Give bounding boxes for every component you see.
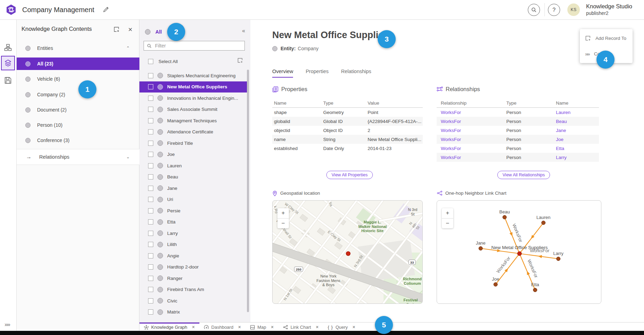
menu-item-add-record-to[interactable]: Add Record To bbox=[580, 30, 633, 46]
list-item[interactable]: Hardtop 2-door bbox=[139, 262, 248, 273]
close-tab-icon[interactable]: ✕ bbox=[352, 325, 355, 329]
list-item[interactable]: Beau bbox=[139, 171, 248, 183]
list-item[interactable]: Managment Techniques bbox=[139, 115, 248, 126]
view-tab-query[interactable]: { }Query✕ bbox=[323, 323, 360, 331]
list-item[interactable]: Firebird Trans Am bbox=[139, 284, 248, 296]
app-logo-icon[interactable] bbox=[6, 4, 17, 15]
item-checkbox[interactable] bbox=[148, 253, 153, 258]
close-tab-icon[interactable]: ✕ bbox=[316, 325, 319, 329]
list-item[interactable]: Ranger bbox=[139, 273, 248, 284]
item-checkbox[interactable] bbox=[148, 298, 153, 303]
node-jane[interactable] bbox=[479, 247, 483, 250]
zoom-out-button[interactable]: − bbox=[442, 219, 453, 229]
cell-link[interactable]: Larry bbox=[552, 155, 599, 160]
list-item[interactable]: Attendance Certificate bbox=[139, 126, 248, 138]
tab-relationships[interactable]: Relationships bbox=[341, 69, 371, 78]
item-checkbox[interactable] bbox=[148, 129, 153, 134]
search-icon[interactable] bbox=[528, 4, 540, 16]
record-location-marker[interactable] bbox=[346, 252, 351, 256]
new-record-icon[interactable] bbox=[113, 26, 120, 33]
list-item[interactable]: Larry bbox=[139, 228, 248, 239]
item-checkbox[interactable] bbox=[148, 96, 153, 101]
chevron-up-icon[interactable]: ⌃ bbox=[126, 46, 130, 51]
cell-link[interactable]: WorksFor bbox=[437, 119, 502, 124]
entity-type-row[interactable]: Company (2) bbox=[16, 88, 139, 101]
close-tab-icon[interactable]: ✕ bbox=[238, 325, 241, 329]
view-tab-knowledge-graph[interactable]: Knowledge Graph✕ bbox=[139, 323, 199, 331]
cell-link[interactable]: WorksFor bbox=[437, 155, 502, 160]
view-tab-link-chart[interactable]: Link Chart✕ bbox=[278, 323, 323, 331]
tab-properties[interactable]: Properties bbox=[306, 69, 328, 78]
layers-tool-selected[interactable] bbox=[1, 56, 15, 70]
list-item[interactable]: Lilith bbox=[139, 239, 248, 250]
entity-type-row[interactable]: All (23) bbox=[16, 58, 139, 70]
new-record-icon[interactable] bbox=[237, 58, 243, 63]
entity-type-row[interactable]: Document (2) bbox=[16, 104, 139, 116]
item-checkbox[interactable] bbox=[148, 73, 153, 78]
entity-type-row[interactable]: Conference (3) bbox=[16, 134, 139, 147]
help-icon[interactable]: ? bbox=[548, 4, 560, 16]
cell-link[interactable]: WorksFor bbox=[437, 110, 502, 115]
close-tab-icon[interactable]: ✕ bbox=[271, 325, 274, 329]
cell-link[interactable]: Jane bbox=[552, 128, 599, 133]
entity-type-row[interactable]: Person (10) bbox=[16, 119, 139, 131]
select-all-checkbox[interactable] bbox=[148, 59, 153, 64]
cell-link[interactable]: Etta bbox=[552, 146, 599, 151]
entity-type-row[interactable]: Vehicle (6) bbox=[16, 73, 139, 85]
list-item[interactable]: Angie bbox=[139, 250, 248, 262]
list-item[interactable]: Staplers Mechanical Engineering bbox=[139, 70, 248, 81]
item-checkbox[interactable] bbox=[148, 242, 153, 247]
view-tab-dashboard[interactable]: Dashboard✕ bbox=[199, 323, 246, 331]
edit-title-icon[interactable] bbox=[103, 6, 109, 13]
item-checkbox[interactable] bbox=[148, 264, 153, 270]
item-checkbox[interactable] bbox=[148, 219, 153, 224]
tab-overview[interactable]: Overview bbox=[272, 69, 293, 78]
cell-link[interactable]: Joe bbox=[552, 137, 599, 142]
list-item[interactable]: Uri bbox=[139, 194, 248, 205]
list-item[interactable]: Civic bbox=[139, 295, 248, 307]
scrollbar-thumb[interactable] bbox=[247, 70, 249, 312]
save-icon[interactable] bbox=[4, 77, 12, 85]
data-model-icon[interactable] bbox=[4, 44, 12, 52]
node-lauren[interactable] bbox=[542, 221, 546, 225]
list-item[interactable]: Sales Associate Summit bbox=[139, 104, 248, 115]
zoom-in-button[interactable]: + bbox=[442, 208, 453, 219]
item-checkbox[interactable] bbox=[148, 141, 153, 146]
list-item[interactable]: Jane bbox=[139, 183, 248, 194]
geospatial-map[interactable]: k RdW Clay StSaW Marshall StE Clay StMag… bbox=[272, 200, 423, 304]
node-etta[interactable] bbox=[533, 288, 537, 292]
item-checkbox[interactable] bbox=[148, 231, 153, 236]
close-panel-icon[interactable]: ✕ bbox=[128, 26, 132, 33]
view-all-properties-button[interactable]: View All Properties bbox=[326, 171, 373, 179]
item-checkbox[interactable] bbox=[148, 118, 153, 123]
one-hop-link-chart[interactable]: + − BeauLaurenJaneLarryJoeEttaNew Metal … bbox=[437, 200, 601, 304]
collapse-panel-icon[interactable]: « bbox=[242, 28, 244, 34]
list-item[interactable]: Innovations in Mechanical Engin... bbox=[139, 92, 248, 104]
item-checkbox[interactable] bbox=[148, 287, 153, 292]
item-checkbox[interactable] bbox=[148, 163, 153, 168]
zoom-out-button[interactable]: − bbox=[277, 219, 289, 229]
relationships-header-row[interactable]: → Relationships ⌄ bbox=[16, 149, 139, 165]
cell-link[interactable]: Lauren bbox=[552, 110, 599, 115]
avatar[interactable]: KS bbox=[567, 3, 580, 16]
entities-header-row[interactable]: Entities ⌃ bbox=[16, 42, 139, 54]
filter-input[interactable] bbox=[154, 43, 244, 49]
list-item[interactable]: Firebird Title bbox=[139, 138, 248, 149]
select-all-row[interactable]: Select All bbox=[139, 57, 250, 66]
cell-link[interactable]: WorksFor bbox=[437, 128, 502, 133]
cell-link[interactable]: Beau bbox=[552, 119, 599, 124]
node-beau[interactable] bbox=[503, 215, 507, 219]
list-item[interactable]: Joe bbox=[139, 149, 248, 160]
close-tab-icon[interactable]: ✕ bbox=[192, 325, 195, 329]
scope-row[interactable]: All bbox=[139, 27, 250, 37]
chevron-down-icon[interactable]: ⌄ bbox=[126, 155, 130, 159]
item-checkbox[interactable] bbox=[148, 174, 153, 179]
node-center[interactable] bbox=[517, 252, 522, 256]
view-all-relationships-button[interactable]: View All Relationships bbox=[497, 171, 550, 179]
zoom-in-button[interactable]: + bbox=[277, 208, 289, 219]
list-item[interactable]: Etta bbox=[139, 217, 248, 228]
view-tab-map[interactable]: Map✕ bbox=[246, 323, 278, 331]
node-joe[interactable] bbox=[494, 283, 498, 286]
item-checkbox[interactable] bbox=[148, 186, 153, 191]
item-checkbox[interactable] bbox=[148, 152, 153, 157]
